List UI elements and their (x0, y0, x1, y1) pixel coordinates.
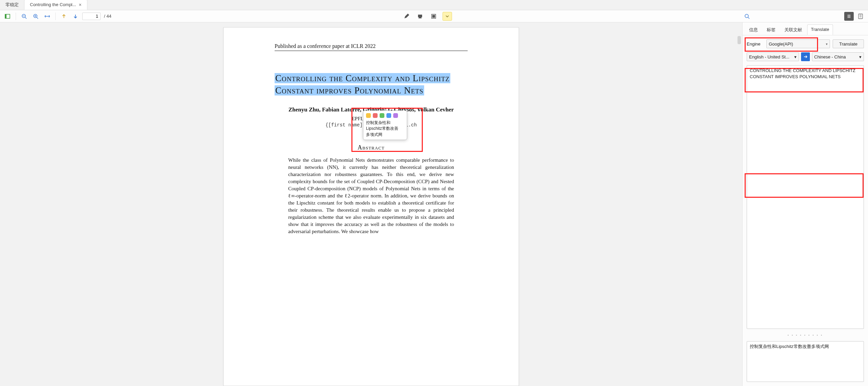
sidebar-toggle-button[interactable] (3, 12, 12, 21)
area-icon (431, 14, 436, 19)
swap-languages-button[interactable] (801, 52, 810, 61)
tab-label: 零稳定 (5, 0, 19, 10)
chevron-down-icon (445, 14, 450, 19)
chevron-down-icon: ▾ (826, 42, 828, 46)
separator (16, 13, 16, 20)
translate-button[interactable]: Translate (833, 39, 864, 48)
translation-popup[interactable]: 控制复杂性和 Lipschitz常数改善 多项式网 (363, 110, 407, 140)
lang-from-value: English - United St... (749, 54, 789, 59)
abstract-body: While the class of Polynomial Nets demon… (275, 157, 468, 235)
tab-zero-stability[interactable]: 零稳定 (0, 0, 24, 10)
color-swatch-green[interactable] (380, 113, 384, 118)
separator (55, 13, 56, 20)
paper-title[interactable]: Controlling the Complexity and Lipschitz… (275, 72, 468, 97)
target-text-box[interactable]: 控制复杂性和Lipschitz常数改善多项式网 (747, 341, 864, 382)
engine-label: Engine (747, 41, 764, 47)
engine-value: Google(API) (769, 41, 793, 47)
abstract-heading: Abstract (275, 144, 468, 151)
pen-icon (404, 14, 409, 19)
zoom-out-icon (21, 14, 27, 19)
arrow-up-icon (61, 14, 67, 19)
svg-rect-9 (418, 15, 422, 17)
popup-translation-text: 控制复杂性和 Lipschitz常数改善 多项式网 (363, 119, 407, 140)
arrow-down-icon (73, 14, 78, 19)
popup-line: 多项式网 (366, 132, 382, 137)
sp-tab-tags[interactable]: 标签 (763, 24, 779, 35)
engine-select[interactable]: Google(API) ▾ (766, 39, 830, 48)
svg-rect-11 (432, 15, 435, 18)
color-swatch-yellow[interactable] (366, 113, 371, 118)
toolbar: / 44 (0, 10, 868, 22)
document-tab-bar: 零稳定 Controlling the Compl... × (0, 0, 868, 10)
title-line1: Controlling the Complexity and Lipschitz (275, 73, 450, 83)
title-line2: Constant improves Polynomial Nets (275, 85, 424, 95)
svg-line-3 (25, 17, 27, 19)
info-panel-icon (858, 14, 863, 19)
engine-row: Engine Google(API) ▾ Translate (747, 39, 864, 48)
svg-point-12 (745, 14, 748, 18)
scrollbar-thumb[interactable] (737, 36, 741, 44)
panel-icon (5, 14, 10, 19)
zoom-in-icon (33, 14, 38, 19)
reading-view-button[interactable] (844, 12, 854, 21)
side-panel-body: Engine Google(API) ▾ Translate English -… (743, 35, 868, 386)
popup-line: Lipschitz常数改善 (366, 126, 398, 131)
svg-rect-14 (858, 14, 863, 19)
color-swatch-red[interactable] (373, 113, 378, 118)
annotate-pen-button[interactable] (402, 12, 411, 21)
sp-tab-info[interactable]: 信息 (745, 24, 762, 35)
search-icon (744, 14, 750, 19)
tab-controlling-complexity[interactable]: Controlling the Compl... × (24, 0, 87, 10)
lang-to-select[interactable]: Chinese - China ▾ (812, 52, 864, 61)
highlight-color-button[interactable] (442, 12, 452, 21)
page-total-label: / 44 (103, 14, 111, 19)
popup-color-row (363, 111, 407, 119)
lines-icon (847, 14, 851, 19)
svg-line-6 (37, 17, 38, 19)
fit-width-button[interactable] (42, 12, 52, 21)
translate-button-label: Translate (839, 41, 857, 47)
chevron-down-icon: ▾ (794, 54, 797, 59)
conference-line: Published as a conference paper at ICLR … (275, 43, 468, 51)
sp-tab-translate[interactable]: Translate (807, 24, 833, 35)
sp-tab-related[interactable]: 关联文献 (781, 24, 806, 35)
text-annotate-icon (417, 14, 423, 19)
annotate-text-button[interactable] (415, 12, 425, 21)
side-panel-tabs: 信息 标签 关联文献 Translate (743, 22, 868, 35)
zoom-out-button[interactable] (19, 12, 29, 21)
chevron-down-icon: ▾ (859, 54, 862, 59)
language-row: English - United St... ▾ Chinese - China… (747, 52, 864, 61)
next-page-button[interactable] (71, 12, 80, 21)
svg-line-13 (748, 17, 749, 19)
pdf-viewer[interactable]: Published as a conference paper at ICLR … (0, 22, 742, 386)
svg-rect-1 (5, 14, 6, 18)
source-text-box[interactable]: CONTROLLING THE COMPLEXITY AND LIPSCHITZ… (747, 65, 864, 329)
main-area: Published as a conference paper at ICLR … (0, 22, 868, 386)
page-number-input[interactable] (82, 13, 101, 20)
lang-to-value: Chinese - China (814, 54, 846, 59)
prev-page-button[interactable] (59, 12, 69, 21)
tab-label: Controlling the Compl... (30, 0, 76, 10)
lang-from-select[interactable]: English - United St... ▾ (747, 52, 799, 61)
color-swatch-blue[interactable] (386, 113, 391, 118)
color-swatch-purple[interactable] (393, 113, 398, 118)
metadata-panel-button[interactable] (856, 12, 865, 21)
popup-line: 控制复杂性和 (366, 120, 390, 125)
resize-handle[interactable]: • • • • • • • • • (747, 333, 864, 337)
search-button[interactable] (742, 12, 752, 21)
side-panel: 信息 标签 关联文献 Translate Engine Google(API) … (742, 22, 868, 386)
annotate-area-button[interactable] (429, 12, 438, 21)
close-icon[interactable]: × (79, 0, 82, 10)
fit-width-icon (45, 14, 50, 19)
pdf-page: Published as a conference paper at ICLR … (223, 27, 519, 386)
arrow-right-icon (803, 54, 808, 59)
zoom-in-button[interactable] (31, 12, 40, 21)
